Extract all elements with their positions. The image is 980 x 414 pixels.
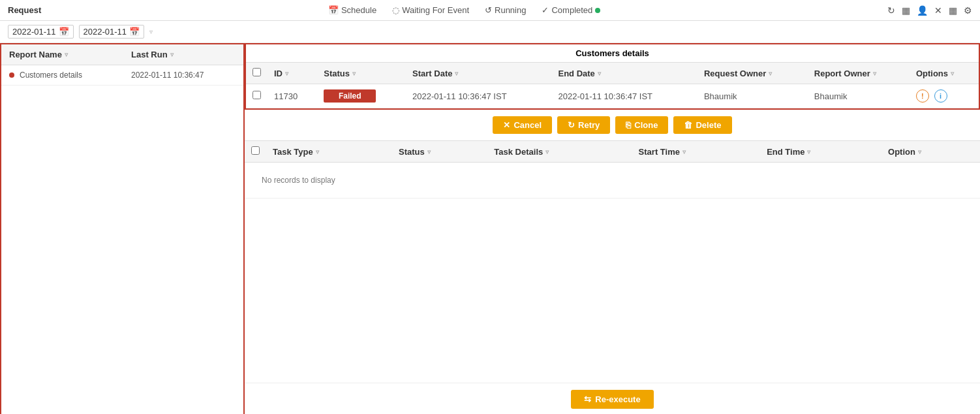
completed-status-dot bbox=[595, 8, 600, 13]
nav-waiting-for-event[interactable]: ◌ Waiting For Event bbox=[392, 5, 469, 15]
last-run-header: Last Run ▿ bbox=[131, 50, 236, 59]
settings-icon[interactable]: ⚙ bbox=[964, 5, 972, 16]
no-records-row: No records to display bbox=[245, 163, 980, 199]
row-end-date-cell: 2022-01-11 10:36:47 IST bbox=[551, 84, 697, 108]
option-filter-icon[interactable]: ▿ bbox=[918, 148, 921, 155]
end-time-header: End Time ▿ bbox=[760, 141, 881, 163]
report-name-filter-icon[interactable]: ▿ bbox=[65, 51, 68, 58]
request-owner-filter-icon[interactable]: ▿ bbox=[769, 70, 772, 77]
top-bar: Request 📅 Schedule ◌ Waiting For Event ↺… bbox=[0, 0, 980, 21]
row-id-cell: 11730 bbox=[268, 84, 317, 108]
exclamation-icon[interactable]: ! bbox=[916, 89, 929, 103]
running-icon: ↺ bbox=[485, 5, 492, 15]
end-date-filter-icon[interactable]: ▿ bbox=[598, 70, 601, 77]
reexecute-row: ⇆ Re-execute bbox=[245, 383, 980, 414]
task-select-all-checkbox[interactable] bbox=[251, 146, 260, 155]
message-icon[interactable]: ▦ bbox=[902, 5, 910, 16]
row-status-cell: Failed bbox=[317, 84, 406, 108]
date-input-2[interactable]: 2022-01-11 📅 bbox=[79, 25, 145, 39]
nav-waiting-label: Waiting For Event bbox=[402, 5, 469, 15]
customers-details-section: Customers details ID ▿ bbox=[245, 43, 980, 110]
nav-schedule-label: Schedule bbox=[341, 5, 376, 15]
nav-running-label: Running bbox=[495, 5, 526, 15]
bottom-section: Task Type ▿ Status ▿ bbox=[245, 141, 980, 414]
nav-completed[interactable]: ✓ Completed bbox=[542, 5, 600, 15]
task-type-filter-icon[interactable]: ▿ bbox=[316, 148, 319, 155]
options-header: Options ▿ bbox=[910, 63, 979, 84]
row-checkbox[interactable] bbox=[253, 91, 261, 99]
id-filter-icon[interactable]: ▿ bbox=[285, 70, 288, 77]
task-type-header: Task Type ▿ bbox=[266, 141, 392, 163]
refresh-icon[interactable]: ↻ bbox=[887, 5, 895, 16]
close-icon[interactable]: ✕ bbox=[934, 5, 942, 16]
schedule-icon: 📅 bbox=[328, 5, 339, 15]
calendar-icon-2: 📅 bbox=[129, 27, 140, 37]
start-time-header: Start Time ▿ bbox=[632, 141, 761, 163]
info-icon[interactable]: i bbox=[934, 89, 947, 103]
end-time-filter-icon[interactable]: ▿ bbox=[807, 148, 810, 155]
section-title: Customers details bbox=[246, 44, 979, 63]
date1-value: 2022-01-11 bbox=[12, 27, 56, 37]
date2-value: 2022-01-11 bbox=[84, 27, 127, 37]
start-date-filter-icon[interactable]: ▿ bbox=[455, 70, 458, 77]
runs-table-header-row: ID ▿ Status ▿ Start Date bbox=[246, 63, 979, 84]
nav-schedule[interactable]: 📅 Schedule bbox=[328, 5, 376, 15]
top-bar-actions: ↻ ▦ 👤 ✕ ▦ ⚙ bbox=[887, 5, 972, 16]
task-status-filter-icon[interactable]: ▿ bbox=[427, 148, 431, 155]
reexecute-icon: ⇆ bbox=[584, 394, 591, 404]
left-panel-header: Report Name ▿ Last Run ▿ bbox=[1, 44, 243, 65]
task-select-all-header bbox=[245, 141, 266, 163]
status-filter-icon[interactable]: ▿ bbox=[352, 70, 356, 77]
row-start-date-cell: 2022-01-11 10:36:47 IST bbox=[406, 84, 551, 108]
start-date-header: Start Date ▿ bbox=[406, 63, 551, 84]
task-table: Task Type ▿ Status ▿ bbox=[245, 141, 980, 199]
select-all-header bbox=[246, 63, 268, 84]
report-name-cell: Customers details bbox=[20, 71, 131, 80]
clock-icon: ◌ bbox=[392, 5, 399, 15]
grid-icon[interactable]: ▦ bbox=[949, 5, 957, 16]
task-table-wrapper: Task Type ▿ Status ▿ bbox=[245, 141, 980, 383]
clone-button[interactable]: ⎘ Clone bbox=[615, 116, 668, 134]
option-header: Option ▿ bbox=[881, 141, 980, 163]
no-records-cell: No records to display bbox=[245, 163, 980, 199]
delete-icon: 🗑 bbox=[684, 120, 692, 130]
date-filter-row: 2022-01-11 📅 2022-01-11 📅 ▿ bbox=[0, 21, 980, 43]
table-row: 11730 Failed 2022-01-11 10:36:47 IST 202… bbox=[246, 84, 979, 108]
global-filter-icon[interactable]: ▿ bbox=[149, 28, 153, 35]
check-icon: ✓ bbox=[542, 5, 549, 15]
report-owner-filter-icon[interactable]: ▿ bbox=[873, 70, 876, 77]
nav-completed-label: Completed bbox=[551, 5, 592, 15]
date-input-1[interactable]: 2022-01-11 📅 bbox=[8, 25, 74, 39]
row-request-owner-cell: Bhaumik bbox=[697, 84, 808, 108]
task-status-header: Status ▿ bbox=[392, 141, 487, 163]
main-layout: Report Name ▿ Last Run ▿ Customers detai… bbox=[0, 43, 980, 414]
reexecute-label: Re-execute bbox=[595, 394, 640, 404]
report-owner-header: Report Owner ▿ bbox=[808, 63, 910, 84]
user-icon[interactable]: 👤 bbox=[917, 5, 928, 16]
task-details-filter-icon[interactable]: ▿ bbox=[545, 148, 549, 155]
status-header: Status ▿ bbox=[317, 63, 406, 84]
report-name-header: Report Name ▿ bbox=[9, 50, 131, 59]
start-time-filter-icon[interactable]: ▿ bbox=[682, 148, 686, 155]
task-details-header: Task Details ▿ bbox=[487, 141, 632, 163]
page-title: Request bbox=[8, 5, 41, 15]
task-table-header-row: Task Type ▿ Status ▿ bbox=[245, 141, 980, 163]
last-run-filter-icon[interactable]: ▿ bbox=[170, 51, 174, 58]
no-records-text: No records to display bbox=[251, 168, 973, 193]
row-options-cell: ! i bbox=[910, 84, 979, 108]
select-all-checkbox[interactable] bbox=[253, 68, 261, 76]
report-row[interactable]: Customers details 2022-01-11 10:36:47 bbox=[1, 65, 243, 86]
options-filter-icon[interactable]: ▿ bbox=[951, 70, 954, 77]
retry-button[interactable]: ↻ Retry bbox=[557, 116, 610, 134]
reexecute-button[interactable]: ⇆ Re-execute bbox=[571, 390, 653, 409]
retry-icon: ↻ bbox=[568, 120, 575, 130]
last-run-cell: 2022-01-11 10:36:47 bbox=[131, 71, 236, 80]
cancel-button[interactable]: ✕ Cancel bbox=[493, 116, 552, 134]
left-panel: Report Name ▿ Last Run ▿ Customers detai… bbox=[0, 43, 245, 414]
request-owner-header: Request Owner ▿ bbox=[697, 63, 808, 84]
status-badge: Failed bbox=[324, 89, 376, 103]
delete-button[interactable]: 🗑 Delete bbox=[673, 116, 731, 134]
end-date-header: End Date ▿ bbox=[551, 63, 697, 84]
nav-center: 📅 Schedule ◌ Waiting For Event ↺ Running… bbox=[328, 5, 600, 15]
nav-running[interactable]: ↺ Running bbox=[485, 5, 526, 15]
